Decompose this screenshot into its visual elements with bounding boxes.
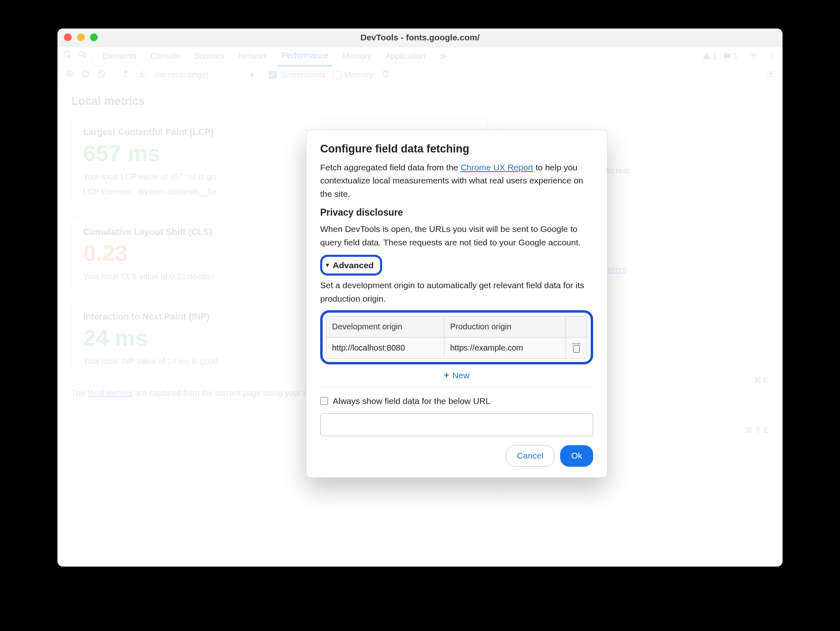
titlebar: DevTools - fonts.google.com/ — [57, 29, 783, 46]
col-actions — [566, 316, 587, 337]
col-production-origin: Production origin — [444, 316, 566, 337]
origin-mapping-highlight-ring: Development origin Production origin htt… — [320, 310, 593, 364]
origin-mapping-table: Development origin Production origin htt… — [326, 316, 587, 359]
devtools-window: DevTools - fonts.google.com/ Elements Co… — [57, 29, 783, 567]
origin-table-row: http://localhost:8080 https://example.co… — [326, 338, 587, 358]
modal-button-row: Cancel Ok — [320, 445, 593, 467]
prod-origin-cell[interactable]: https://example.com — [444, 338, 566, 358]
ok-button[interactable]: Ok — [560, 445, 593, 467]
window-title: DevTools - fonts.google.com/ — [57, 33, 783, 42]
modal-heading: Configure field data fetching — [320, 141, 593, 158]
col-development-origin: Development origin — [326, 316, 444, 337]
modal-intro-text: Fetch aggregated field data from the Chr… — [320, 161, 593, 201]
trash-icon — [572, 344, 581, 353]
cancel-button[interactable]: Cancel — [506, 445, 554, 467]
always-show-label: Always show field data for the below URL — [333, 395, 490, 408]
new-origin-button[interactable]: + New — [320, 364, 593, 387]
always-show-checkbox[interactable]: Always show field data for the below URL — [320, 395, 593, 408]
origin-table-header: Development origin Production origin — [326, 316, 587, 338]
checkbox-empty-icon — [320, 397, 328, 405]
disclosure-triangle-icon: ▼ — [325, 261, 330, 270]
plus-icon: + — [444, 368, 449, 382]
advanced-label: Advanced — [333, 259, 374, 272]
dev-origin-cell[interactable]: http://localhost:8080 — [326, 338, 444, 358]
new-label: New — [452, 369, 469, 382]
privacy-text: When DevTools is open, the URLs you visi… — [320, 223, 593, 249]
configure-field-data-modal: Configure field data fetching Fetch aggr… — [306, 130, 607, 478]
delete-row-button[interactable] — [566, 338, 587, 358]
crux-report-link[interactable]: Chrome UX Report — [460, 163, 533, 172]
advanced-highlight-ring: ▼ Advanced — [320, 255, 382, 276]
advanced-toggle[interactable]: ▼ Advanced — [323, 258, 378, 273]
override-url-input[interactable] — [320, 413, 593, 436]
advanced-description: Set a development origin to automaticall… — [320, 279, 593, 305]
privacy-heading: Privacy disclosure — [320, 205, 593, 220]
